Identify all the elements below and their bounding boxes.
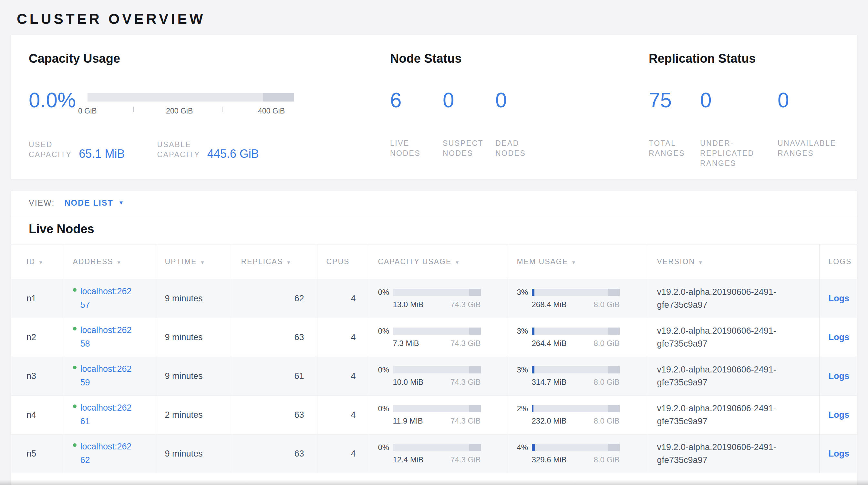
capacity-percent: 0% [378, 443, 393, 452]
column-header-cpus-label: CPUS [327, 257, 350, 266]
capacity-total-value: 74.3 GiB [451, 300, 480, 309]
axis-label: 400 GiB [258, 107, 285, 115]
capacity-total-value: 74.3 GiB [451, 378, 480, 387]
node-version-cell: v19.2.0-alpha.20190606-2491-gfe735c9a97 [648, 434, 819, 473]
view-bar: VIEW: NODE LIST ▼ [11, 191, 857, 215]
table-row: n4 localhost:26261 2 minutes 63 4 0% [11, 395, 857, 434]
node-address-link[interactable]: localhost:26262 [81, 440, 136, 467]
node-live-status-icon [73, 327, 76, 331]
capacity-used-percent: 0.0% [29, 90, 76, 111]
logs-link[interactable]: Logs [829, 333, 849, 342]
live-nodes-label: LIVE NODES [390, 138, 443, 159]
mem-used-value: 268.4 MiB [532, 300, 567, 309]
node-address-cell: localhost:26261 [64, 395, 156, 434]
dead-nodes-count: 0 [495, 90, 526, 111]
column-header-address[interactable]: ADDRESS▼ [64, 244, 156, 279]
suspect-nodes-label: SUSPECT NODES [443, 138, 495, 159]
node-replicas-cell: 63 [232, 434, 317, 473]
replication-status-title: Replication Status [649, 52, 838, 66]
view-selected-option: NODE LIST [64, 198, 113, 207]
node-capacity-cell: 0% 12.4 MiB 74.3 GiB [369, 434, 507, 473]
node-uptime-cell: 9 minutes [156, 356, 232, 395]
mem-usage-bar [532, 327, 620, 335]
node-cpus-cell: 4 [317, 318, 369, 356]
node-id-cell: n3 [11, 356, 64, 395]
capacity-usage-bar [393, 289, 481, 296]
column-header-id-label: ID [27, 257, 35, 266]
node-address-link[interactable]: localhost:26259 [81, 363, 136, 390]
mem-total-value: 8.0 GiB [593, 455, 619, 464]
used-capacity-value: 65.1 MiB [79, 147, 125, 161]
capacity-usage-title: Capacity Usage [29, 52, 390, 66]
sort-icon: ▼ [117, 260, 122, 265]
total-ranges-label: TOTAL RANGES [649, 138, 700, 159]
capacity-usage-bar [393, 327, 481, 335]
node-version-cell: v19.2.0-alpha.20190606-2491-gfe735c9a97 [648, 279, 819, 318]
node-address-link[interactable]: localhost:26261 [81, 401, 136, 428]
cluster-overview-page: CLUSTER OVERVIEW Capacity Usage 0.0% 0 G… [0, 0, 868, 485]
mem-percent: 4% [517, 443, 532, 452]
node-uptime-cell: 9 minutes [156, 318, 232, 356]
mem-usage-bar [532, 405, 620, 412]
capacity-bar-chart: 0 GiB 200 GiB 400 GiB [88, 90, 294, 118]
node-capacity-cell: 0% 13.0 MiB 74.3 GiB [369, 279, 507, 318]
node-logs-cell: Logs [819, 279, 857, 318]
view-label: VIEW: [29, 198, 55, 207]
cluster-summary-card: Capacity Usage 0.0% 0 GiB 200 GiB 400 Gi… [11, 35, 857, 179]
logs-link[interactable]: Logs [829, 410, 849, 420]
logs-link[interactable]: Logs [829, 449, 849, 458]
column-header-capacity-usage[interactable]: CAPACITY USAGE▼ [369, 244, 507, 279]
logs-link[interactable]: Logs [829, 371, 849, 381]
mem-used-value: 232.0 MiB [532, 417, 567, 426]
mem-usage-bar [532, 366, 620, 373]
under-replicated-ranges-count: 0 [700, 90, 778, 111]
used-capacity-stat: USED CAPACITY 65.1 MiB [29, 140, 125, 160]
column-header-logs: LOGS [819, 244, 857, 279]
column-header-uptime-label: UPTIME [165, 257, 197, 266]
mem-usage-bar-fill [532, 405, 533, 412]
mem-usage-bar-fill [532, 444, 535, 451]
node-capacity-cell: 0% 10.0 MiB 74.3 GiB [369, 356, 507, 395]
view-selector-dropdown[interactable]: NODE LIST ▼ [64, 198, 124, 207]
node-live-status-icon [73, 404, 76, 408]
sort-icon: ▼ [38, 260, 44, 265]
table-header-row: ID▼ ADDRESS▼ UPTIME▼ REPLICAS▼ CPUS [11, 244, 857, 279]
node-address-link[interactable]: localhost:26258 [81, 324, 136, 351]
sort-icon: ▼ [200, 260, 206, 265]
column-header-cpus[interactable]: CPUS [317, 244, 369, 279]
mem-usage-bar-fill [532, 327, 534, 335]
column-header-uptime[interactable]: UPTIME▼ [156, 244, 232, 279]
node-cpus-cell: 4 [317, 434, 369, 473]
capacity-percent: 0% [378, 288, 393, 297]
page-title: CLUSTER OVERVIEW [17, 11, 857, 27]
node-uptime-cell: 2 minutes [156, 395, 232, 434]
node-uptime-cell: 9 minutes [156, 434, 232, 473]
mem-percent: 2% [517, 404, 532, 413]
column-header-id[interactable]: ID▼ [11, 244, 64, 279]
mem-total-value: 8.0 GiB [593, 339, 619, 348]
unavailable-ranges-metric: 0 UNAVAILABLE RANGES [778, 90, 836, 168]
node-capacity-cell: 0% 7.3 MiB 74.3 GiB [369, 318, 507, 356]
replication-status-section: Replication Status 75 TOTAL RANGES 0 UND… [649, 52, 838, 179]
capacity-usage-bar [393, 405, 481, 412]
node-mem-cell: 3% 314.7 MiB 8.0 GiB [507, 356, 648, 395]
under-replicated-ranges-label: UNDER- REPLICATED RANGES [700, 138, 778, 168]
node-address-cell: localhost:26259 [64, 356, 156, 395]
node-replicas-cell: 61 [232, 356, 317, 395]
sort-icon: ▼ [455, 260, 460, 265]
live-nodes-table: ID▼ ADDRESS▼ UPTIME▼ REPLICAS▼ CPUS [11, 244, 857, 485]
column-header-version[interactable]: VERSION▼ [648, 244, 819, 279]
node-version-cell: v19.2.0-alpha.20190606-2491-gfe735c9a97 [648, 395, 819, 434]
node-mem-cell: 3% 268.4 MiB 8.0 GiB [507, 279, 648, 318]
mem-percent: 3% [517, 288, 532, 297]
mem-percent: 3% [517, 326, 532, 336]
column-header-mem-usage[interactable]: MEM USAGE▼ [507, 244, 648, 279]
capacity-total-value: 74.3 GiB [451, 455, 480, 464]
capacity-used-value: 11.9 MiB [393, 417, 423, 426]
column-header-replicas[interactable]: REPLICAS▼ [232, 244, 317, 279]
logs-link[interactable]: Logs [829, 293, 849, 303]
node-address-link[interactable]: localhost:26257 [81, 285, 136, 312]
sort-icon: ▼ [571, 260, 577, 265]
node-address-cell: localhost:26258 [64, 318, 156, 356]
suspect-nodes-count: 0 [443, 90, 495, 111]
